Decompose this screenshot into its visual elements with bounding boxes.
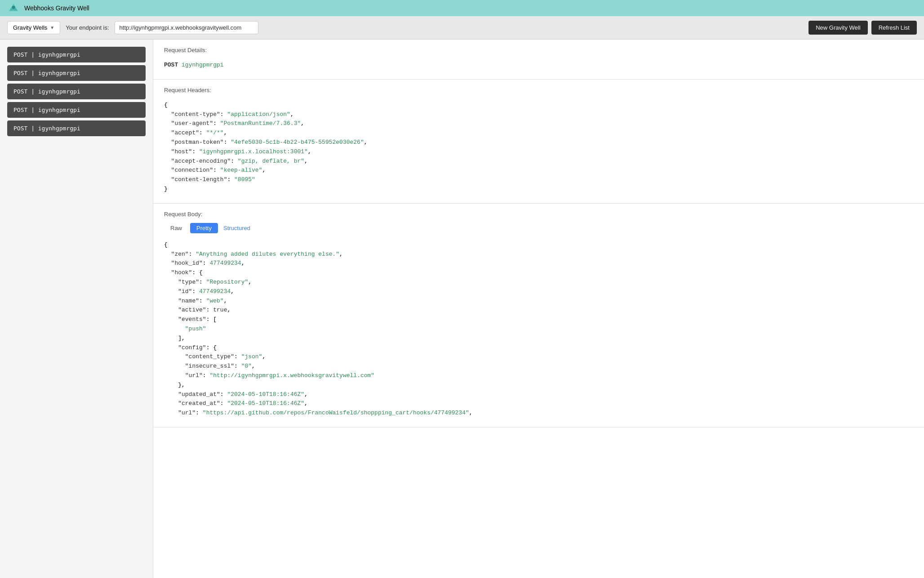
tab-raw[interactable]: Raw — [164, 223, 188, 233]
gravity-wells-dropdown[interactable]: Gravity Wells — [7, 21, 60, 34]
request-details-title: Request Details: — [164, 47, 913, 53]
new-gravity-well-button[interactable]: New Gravity Well — [808, 21, 867, 35]
request-body-title: Request Body: — [164, 211, 913, 218]
request-body-code: { "zen": "Anything added dilutes everyth… — [164, 239, 913, 420]
topbar: Webhooks Gravity Well — [0, 0, 924, 16]
refresh-list-button[interactable]: Refresh List — [871, 21, 917, 35]
request-details-code: POST igynhgpmrgpi — [164, 59, 913, 72]
request-item[interactable]: POST | igynhgpmrgpi — [7, 65, 146, 81]
request-headers-title: Request Headers: — [164, 87, 913, 93]
request-details-section: Request Details: POST igynhgpmrgpi — [153, 40, 924, 80]
app-title: Webhooks Gravity Well — [24, 4, 89, 12]
body-tabs: Raw Pretty Structured — [164, 223, 913, 233]
request-body-section: Request Body: Raw Pretty Structured { "z… — [153, 204, 924, 427]
main-layout: POST | igynhgpmrgpi POST | igynhgpmrgpi … — [0, 40, 924, 578]
svg-point-2 — [12, 6, 15, 9]
endpoint-input[interactable] — [115, 21, 258, 34]
endpoint-label: Your endpoint is: — [66, 24, 109, 31]
request-headers-code: { "content-type": "application/json", "u… — [164, 99, 913, 196]
app-logo — [7, 2, 20, 14]
tab-pretty[interactable]: Pretty — [190, 223, 218, 233]
tab-structured[interactable]: Structured — [220, 223, 254, 233]
request-detail-panel: Request Details: POST igynhgpmrgpi Reque… — [153, 40, 924, 578]
request-list-panel: POST | igynhgpmrgpi POST | igynhgpmrgpi … — [0, 40, 153, 578]
toolbar: Gravity Wells Your endpoint is: New Grav… — [0, 16, 924, 40]
request-item[interactable]: POST | igynhgpmrgpi — [7, 102, 146, 118]
request-item[interactable]: POST | igynhgpmrgpi — [7, 120, 146, 136]
request-item[interactable]: POST | igynhgpmrgpi — [7, 84, 146, 99]
request-headers-section: Request Headers: { "content-type": "appl… — [153, 80, 924, 204]
request-item[interactable]: POST | igynhgpmrgpi — [7, 47, 146, 62]
